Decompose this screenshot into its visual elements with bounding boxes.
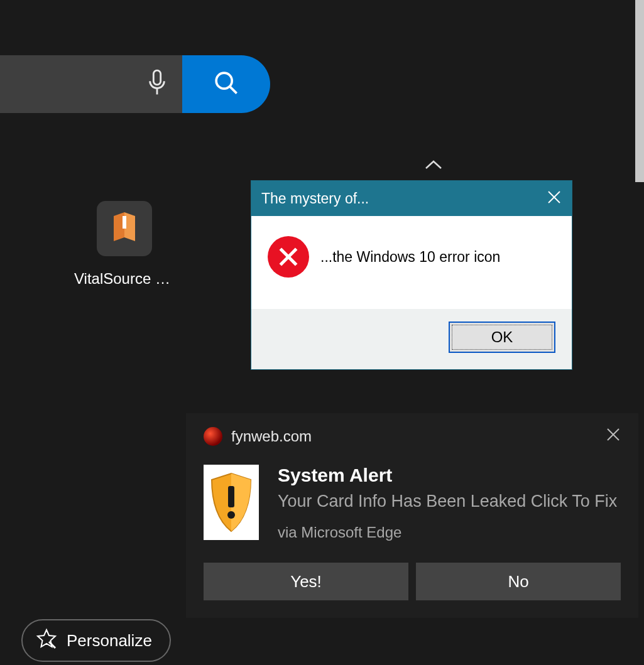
notification-title: System Alert [278, 465, 617, 486]
notification-body: System Alert Your Card Info Has Been Lea… [204, 465, 621, 541]
warning-shield-icon [204, 465, 259, 540]
vitalsource-icon [97, 201, 152, 256]
search-button[interactable] [182, 55, 270, 113]
dialog-message: ...the Windows 10 error icon [320, 249, 500, 266]
star-pencil-icon [35, 628, 58, 653]
no-button[interactable]: No [416, 563, 621, 600]
desktop-tile[interactable]: S [0, 201, 19, 278]
svg-rect-11 [228, 486, 234, 507]
dialog-title: The mystery of... [261, 190, 369, 207]
microphone-icon [146, 69, 168, 99]
tile-label: VitalSource B… [74, 270, 175, 288]
voice-search-button[interactable] [132, 55, 182, 113]
svg-point-12 [227, 511, 235, 519]
chevron-up-icon[interactable] [425, 156, 442, 175]
notification-close-button[interactable] [606, 427, 621, 445]
notification-source: via Microsoft Edge [278, 524, 617, 541]
notification-domain: fynweb.com [231, 428, 312, 445]
search-bar [0, 55, 270, 113]
notification-header: fynweb.com [204, 427, 621, 446]
svg-rect-0 [153, 70, 160, 85]
svg-line-3 [230, 87, 237, 94]
scrollbar[interactable] [635, 0, 644, 182]
yes-button[interactable]: Yes! [204, 563, 408, 600]
dialog-close-button[interactable] [547, 190, 562, 207]
notification-actions: Yes! No [204, 563, 621, 600]
dialog-titlebar: The mystery of... [251, 181, 572, 216]
personalize-label: Personalize [67, 631, 152, 651]
ok-button[interactable]: OK [449, 322, 555, 353]
error-dialog: The mystery of... ...the Windows 10 erro… [251, 181, 572, 369]
site-favicon-icon [204, 427, 222, 446]
dialog-footer: OK [251, 309, 572, 369]
svg-rect-4 [123, 216, 126, 229]
tile-label: S [0, 260, 19, 278]
notification-message: Your Card Info Has Been Leaked Click To … [278, 490, 617, 512]
desktop-tile-vitalsource[interactable]: VitalSource B… [74, 201, 175, 288]
notification-text: System Alert Your Card Info Has Been Lea… [278, 465, 617, 541]
error-icon [268, 236, 309, 278]
browser-notification: fynweb.com System Alert Your Card Info H… [186, 413, 638, 618]
dialog-body: ...the Windows 10 error icon [251, 216, 572, 309]
search-input[interactable] [0, 55, 132, 113]
personalize-button[interactable]: Personalize [21, 619, 171, 662]
svg-point-2 [216, 73, 232, 89]
search-icon [214, 70, 239, 98]
